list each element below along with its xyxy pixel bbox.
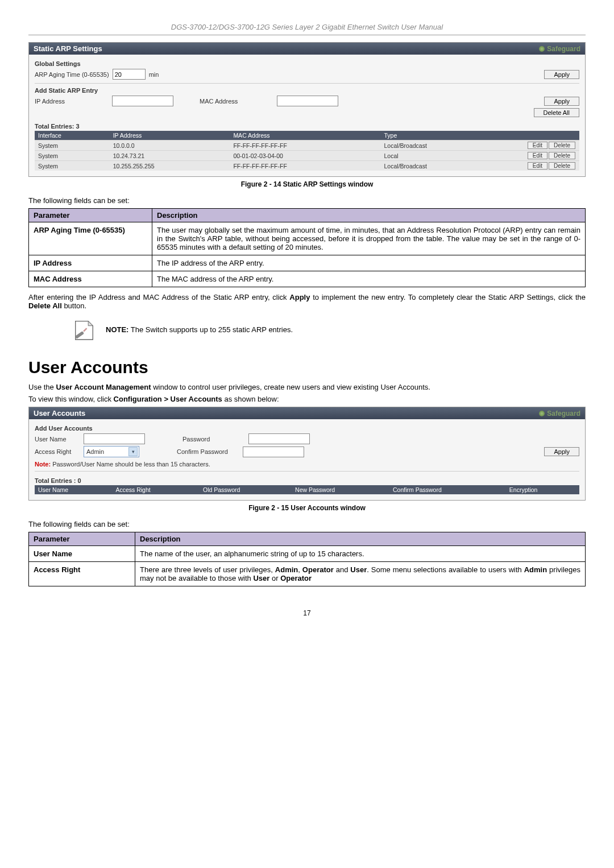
password-label: Password	[182, 436, 245, 443]
col-confirm-password: Confirm Password	[389, 485, 506, 494]
access-right-label: Access Right	[35, 448, 80, 455]
user-accounts-table: User Name Access Right Old Password New …	[35, 485, 579, 494]
password-note: Note: Password/User Name should be less …	[35, 461, 579, 468]
confirm-password-label: Confirm Password	[177, 448, 239, 455]
col-description: Description	[135, 532, 586, 546]
edit-button[interactable]: Edit	[528, 142, 547, 149]
arp-param-table: ParameterDescription ARP Aging Time (0-6…	[28, 208, 586, 287]
ua-param-table: ParameterDescription User NameThe name o…	[28, 532, 586, 586]
arp-table: Interface IP Address MAC Address Type Sy…	[35, 131, 579, 171]
access-right-select[interactable]: Admin ▾	[84, 446, 139, 457]
delete-button[interactable]: Delete	[549, 142, 575, 149]
col-interface: Interface	[35, 131, 110, 140]
page-number: 17	[28, 609, 586, 617]
after-table-text: After entering the IP Address and MAC Ad…	[28, 293, 586, 310]
user-accounts-panel: User Accounts Safeguard Add User Account…	[28, 407, 586, 501]
aging-unit: min	[149, 71, 159, 78]
table-row: System 10.24.73.21 00-01-02-03-04-00 Loc…	[35, 151, 579, 161]
ua-intro: Use the User Account Management window t…	[28, 383, 586, 391]
col-mac: MAC Address	[230, 131, 380, 140]
col-old-password: Old Password	[200, 485, 292, 494]
mac-address-input[interactable]	[277, 96, 338, 106]
col-type: Type	[381, 131, 504, 140]
ip-address-input[interactable]	[112, 96, 173, 106]
lead-text-1: The following fields can be set:	[28, 196, 586, 205]
static-arp-panel: Static ARP Settings Safeguard Global Set…	[28, 42, 586, 177]
col-parameter: Parameter	[29, 209, 152, 222]
delete-all-button[interactable]: Delete All	[534, 108, 579, 117]
add-static-arp-label: Add Static ARP Entry	[35, 87, 579, 94]
col-access-right: Access Right	[112, 485, 200, 494]
table-row: System 10.255.255.255 FF-FF-FF-FF-FF-FF …	[35, 161, 579, 171]
note-icon	[74, 318, 94, 341]
mac-address-label: MAC Address	[200, 98, 273, 105]
col-encryption: Encryption	[506, 485, 579, 494]
user-name-label: User Name	[35, 436, 80, 443]
col-user-name: User Name	[35, 485, 112, 494]
delete-button[interactable]: Delete	[549, 162, 575, 170]
apply-arp-button[interactable]: Apply	[544, 97, 579, 106]
panel-title-bar: User Accounts Safeguard	[29, 407, 585, 419]
add-user-accounts-label: Add User Accounts	[35, 425, 579, 432]
password-input[interactable]	[248, 433, 310, 444]
table-row: System 10.0.0.0 FF-FF-FF-FF-FF-FF Local/…	[35, 140, 579, 151]
panel-title-bar: Static ARP Settings Safeguard	[29, 43, 585, 55]
panel-title: Static ARP Settings	[34, 44, 102, 53]
edit-button[interactable]: Edit	[528, 162, 547, 170]
col-new-password: New Password	[292, 485, 389, 494]
safeguard-badge: Safeguard	[539, 45, 580, 53]
aging-time-label: ARP Aging Time (0-65535)	[35, 71, 109, 78]
global-settings-label: Global Settings	[35, 60, 579, 67]
note-block: NOTE: The Switch supports up to 255 stat…	[74, 318, 586, 341]
panel-title: User Accounts	[34, 409, 85, 418]
safeguard-badge: Safeguard	[539, 410, 580, 418]
edit-button[interactable]: Edit	[528, 152, 547, 159]
ua-total-entries: Total Entries : 0	[35, 477, 579, 484]
figure-caption-2: Figure 2 - 15 User Accounts window	[28, 504, 586, 512]
manual-header: DGS-3700-12/DGS-3700-12G Series Layer 2 …	[28, 23, 586, 35]
ua-nav: To view this window, click Configuration…	[28, 395, 586, 403]
ip-address-label: IP Address	[35, 98, 109, 105]
section-heading-user-accounts: User Accounts	[28, 358, 586, 377]
lead-text-2: The following fields can be set:	[28, 520, 586, 528]
confirm-password-input[interactable]	[243, 447, 304, 457]
aging-time-input[interactable]	[113, 69, 146, 80]
col-parameter: Parameter	[29, 532, 135, 546]
user-name-input[interactable]	[84, 433, 145, 444]
delete-button[interactable]: Delete	[549, 152, 575, 159]
apply-aging-button[interactable]: Apply	[544, 70, 579, 79]
figure-caption-1: Figure 2 - 14 Static ARP Settings window	[28, 180, 586, 188]
apply-user-button[interactable]: Apply	[544, 447, 579, 456]
col-ip: IP Address	[110, 131, 230, 140]
col-description: Description	[152, 209, 586, 222]
total-entries: Total Entries: 3	[35, 123, 579, 130]
svg-marker-1	[88, 321, 93, 326]
chevron-down-icon: ▾	[128, 447, 138, 456]
